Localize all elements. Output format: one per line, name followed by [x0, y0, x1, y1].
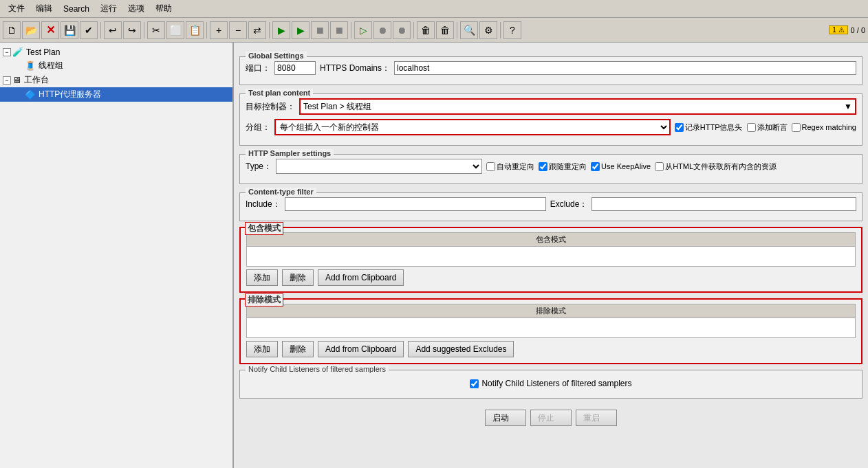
- http-sampler-section: HTTP Sampler settings Type： 自动重定向 跟随重定向: [239, 154, 862, 184]
- include-label: Include：: [246, 199, 281, 210]
- retrieve-resources-label: 从HTML文件获取所有内含的资源: [665, 161, 777, 172]
- include-add-button[interactable]: 添加: [246, 269, 278, 286]
- regex-checkbox-group: Regex matching: [792, 123, 857, 132]
- paste-button[interactable]: 📋: [186, 21, 204, 39]
- cut-button[interactable]: ✂: [147, 21, 165, 39]
- exclude-delete-button[interactable]: 删除: [282, 341, 314, 357]
- regex-checkbox[interactable]: [792, 123, 801, 132]
- record-http-checkbox[interactable]: [675, 123, 684, 132]
- play-no-pause-button[interactable]: ▶: [292, 21, 310, 39]
- clear-button[interactable]: 🗑: [436, 21, 454, 39]
- sidebar-item-workbench[interactable]: − 🖥 工作台: [0, 73, 232, 87]
- save-close-button[interactable]: ✕: [41, 21, 59, 39]
- type-select[interactable]: [276, 159, 482, 174]
- group-select[interactable]: 每个组插入一个新的控制器: [274, 119, 671, 135]
- sidebar-item-http-proxy[interactable]: 🔷 HTTP代理服务器: [0, 87, 232, 102]
- notify-checkbox-label: Notify Child Listeners of filtered sampl…: [481, 379, 631, 388]
- exclude-suggested-button[interactable]: Add suggested Excludes: [408, 341, 514, 357]
- help-button[interactable]: ?: [503, 21, 521, 39]
- http-sampler-title: HTTP Sampler settings: [246, 149, 334, 157]
- menu-file[interactable]: 文件: [3, 1, 30, 16]
- expand-workbench[interactable]: −: [3, 76, 11, 85]
- include-input[interactable]: [285, 197, 546, 211]
- exclude-pattern-title: 排除模式: [245, 293, 283, 307]
- stop2-button[interactable]: ⏹: [330, 21, 348, 39]
- port-input[interactable]: [274, 61, 316, 75]
- content-type-title: Content-type filter: [246, 188, 316, 196]
- error-indicator: 1 ⚠ 0 / 0: [829, 25, 865, 34]
- follow-redirect-checkbox[interactable]: [539, 162, 547, 171]
- restart-button[interactable]: 重启: [576, 410, 617, 426]
- http-proxy-label: HTTP代理服务器: [39, 89, 101, 100]
- https-input[interactable]: [394, 61, 856, 75]
- target-ctrl-label: 目标控制器：: [246, 101, 295, 113]
- clear-all-button[interactable]: 🗑: [417, 21, 435, 39]
- exclude-input[interactable]: [592, 197, 856, 211]
- menu-edit[interactable]: 编辑: [30, 1, 58, 16]
- separator-4: [269, 22, 270, 38]
- test-plan-content-title: Test plan content: [246, 89, 313, 97]
- target-ctrl-value: Test Plan > 线程组: [303, 101, 844, 113]
- http-proxy-icon: 🔷: [25, 89, 36, 100]
- start-button[interactable]: 启动: [485, 410, 526, 426]
- retrieve-resources-checkbox[interactable]: [655, 162, 664, 171]
- separator-6: [413, 22, 414, 38]
- exclude-label: Exclude：: [550, 199, 588, 210]
- keepalive-group: Use KeepAlive: [591, 162, 651, 171]
- notify-section: Notify Child Listeners of filtered sampl…: [239, 370, 862, 399]
- exclude-clipboard-button[interactable]: Add from Clipboard: [318, 341, 404, 357]
- notify-checkbox[interactable]: [470, 379, 479, 388]
- auto-redirect-checkbox[interactable]: [486, 162, 495, 171]
- exclude-add-button[interactable]: 添加: [246, 341, 278, 357]
- verify-button[interactable]: ✔: [80, 21, 98, 39]
- separator-7: [457, 22, 457, 38]
- menu-help[interactable]: 帮助: [150, 1, 177, 16]
- sidebar-item-thread-group[interactable]: 🧵 线程组: [0, 58, 232, 73]
- settings-button[interactable]: ⚙: [479, 21, 497, 39]
- include-pattern-title: 包含模式: [245, 222, 283, 235]
- include-exclude-row: Include： Exclude：: [246, 197, 856, 211]
- include-clipboard-button[interactable]: Add from Clipboard: [318, 269, 404, 286]
- expand-all-button[interactable]: +: [210, 21, 228, 39]
- toggle-button[interactable]: ⇄: [248, 21, 266, 39]
- bottom-buttons: 启动 停止 重启: [239, 404, 862, 432]
- menu-options[interactable]: 选项: [122, 1, 150, 16]
- notify-title: Notify Child Listeners of filtered sampl…: [246, 365, 389, 373]
- save-button[interactable]: 💾: [61, 21, 78, 39]
- exclude-pattern-buttons: 添加 删除 Add from Clipboard Add suggested E…: [246, 341, 856, 357]
- new-button[interactable]: 🗋: [3, 21, 21, 39]
- sidebar-tree: − 🧪 Test Plan 🧵 线程组 − 🖥 工作台 🔷 HTTP代理服务器: [0, 43, 234, 468]
- remote-start-button[interactable]: ▷: [354, 21, 372, 39]
- workbench-label: 工作台: [24, 74, 49, 86]
- menu-search[interactable]: Search: [58, 3, 95, 15]
- copy-button[interactable]: ⬜: [166, 21, 184, 39]
- test-plan-icon: 🧪: [12, 47, 23, 57]
- add-assertion-checkbox[interactable]: [747, 123, 756, 132]
- search-button[interactable]: 🔍: [460, 21, 478, 39]
- stop-button[interactable]: 停止: [530, 410, 572, 426]
- target-ctrl-dropdown-icon[interactable]: ▼: [844, 102, 852, 111]
- content-inner: Global Settings 端口： HTTPS Domains： Test …: [234, 43, 868, 468]
- expand-test-plan[interactable]: −: [3, 48, 11, 56]
- include-pattern-body[interactable]: [247, 247, 855, 266]
- type-row: Type： 自动重定向 跟随重定向 Use KeepAlive: [246, 159, 856, 174]
- open-button[interactable]: 📂: [22, 21, 40, 39]
- follow-redirect-label: 跟随重定向: [549, 161, 587, 172]
- sidebar-item-test-plan[interactable]: − 🧪 Test Plan: [0, 45, 232, 58]
- stop-button[interactable]: ⏹: [311, 21, 329, 39]
- remote-stop2-button[interactable]: ⏺: [393, 21, 411, 39]
- thread-group-icon: 🧵: [25, 60, 36, 71]
- menu-run[interactable]: 运行: [95, 1, 122, 16]
- exclude-pattern-body[interactable]: [247, 318, 855, 337]
- play-button[interactable]: ▶: [272, 21, 290, 39]
- test-plan-label: Test Plan: [26, 47, 60, 57]
- keepalive-checkbox[interactable]: [591, 162, 600, 171]
- redo-button[interactable]: ↪: [123, 21, 141, 39]
- port-label: 端口：: [246, 63, 270, 74]
- remote-stop-button[interactable]: ⏺: [373, 21, 391, 39]
- undo-button[interactable]: ↩: [104, 21, 122, 39]
- record-http-label: 记录HTTP信息头: [685, 122, 743, 133]
- test-plan-content-section: Test plan content 目标控制器： Test Plan > 线程组…: [239, 93, 862, 146]
- collapse-all-button[interactable]: −: [229, 21, 247, 39]
- include-delete-button[interactable]: 删除: [282, 269, 314, 286]
